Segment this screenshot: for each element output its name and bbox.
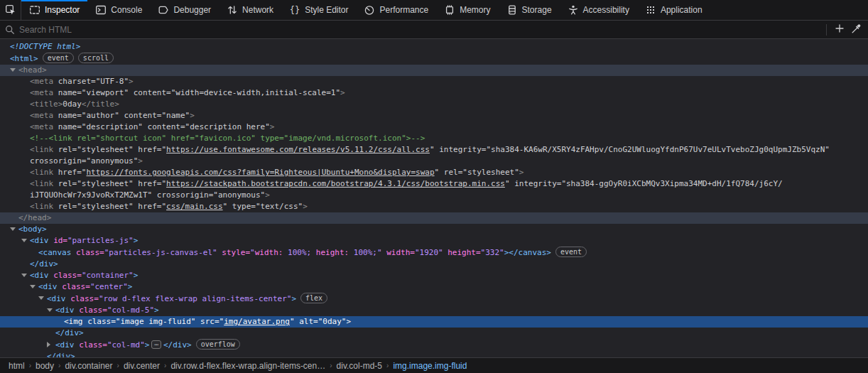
markup-line-meta-viewport[interactable]: <meta name="viewport" content="width=dev… [0,87,868,99]
markup-line-head-open[interactable]: <head> [0,65,868,76]
markup-line-link-fontawesome-wrap[interactable]: crossorigin="anonymous"> [0,156,868,167]
code-token: " [250,248,255,257]
markup-line-link-main-css[interactable]: <link rel="stylesheet" href="css/main.cs… [0,201,868,212]
tab-debugger[interactable]: Debugger [150,0,219,20]
tab-style-editor[interactable]: {}Style Editor [281,0,356,20]
create-node-button[interactable] [831,22,848,38]
collapse-caret-icon[interactable] [30,285,36,288]
tab-accessibility[interactable]: Accessibility [560,0,637,20]
markup-line-canvas[interactable]: <canvas class="particles-js-canvas-el" s… [0,247,868,259]
markup-line-body-open[interactable]: <body> [0,224,868,235]
code-token: 0day [63,99,82,109]
code-token: > [129,77,134,86]
code-token: iJTQUOhcWr7x9JvoRxT2MZw1T" crossorigin="… [30,190,265,200]
breadcrumb: html›body›div.container›div.center›div.r… [0,357,868,373]
code-token: </head> [18,213,51,222]
markup-line-div-container-open[interactable]: <div class="container"> [0,270,868,281]
tab-console[interactable]: Console [87,0,150,20]
code-token: class= [62,282,90,291]
tab-network[interactable]: Network [219,0,281,20]
tab-storage[interactable]: Storage [499,0,560,20]
markup-line-div-col-md-5-close[interactable]: </div> [0,328,868,339]
badge-event[interactable]: event [555,247,587,257]
badge-overflow[interactable]: overflow [196,339,240,350]
markup-line-link-bootstrap-wrap[interactable]: iJTQUOhcWr7x9JvoRxT2MZw1T" crossorigin="… [0,190,868,201]
code-token: "row d-flex flex-wrap align-items-center… [99,294,292,303]
markup-line-div-row-close[interactable]: </div> [0,351,868,357]
collapse-caret-icon[interactable] [10,68,16,72]
collapse-caret-icon[interactable] [10,227,16,231]
tab-label: Accessibility [583,5,629,15]
code-token: <html> [10,54,38,63]
code-token: <meta [30,77,58,86]
search-html-input[interactable] [19,25,822,35]
collapse-caret-icon[interactable] [38,296,44,300]
code-token: class= [70,294,99,303]
markup-line-div-col-md-5-open[interactable]: <div class="col-md-5"> [0,305,868,316]
toolbar-divider [826,24,827,36]
code-token: width: [255,248,283,257]
code-token: "col-md" [107,340,145,350]
breadcrumb-item-div-center[interactable]: div.center [119,361,164,371]
markup-line-head-close[interactable]: </head> [0,212,868,224]
markup-line-div-particles-close[interactable]: </div> [0,259,868,270]
markup-line-div-col-md-collapsed[interactable]: <div class="col-md">⋯</div>overflow [0,339,868,351]
code-token: > [128,282,133,291]
markup-line-div-center-open[interactable]: <div class="center"> [0,281,868,293]
breadcrumb-item-div-container[interactable]: div.container [60,361,116,371]
markup-line-comment-favicon[interactable]: <!--<link rel="shortcut icon" href="favi… [0,133,868,144]
markup-line-html-open[interactable]: <html>eventscroll [0,53,868,65]
badge-scroll[interactable]: scroll [78,53,114,63]
collapse-caret-icon[interactable] [21,274,27,277]
tab-memory[interactable]: Memory [436,0,498,20]
breadcrumb-item-html[interactable]: html [4,361,29,371]
code-token: css/main.css [166,202,222,211]
node-picker-icon [5,4,16,16]
code-token: <div [47,294,70,303]
markup-line-link-fontawesome[interactable]: <link rel="stylesheet" href="https://use… [0,144,868,156]
breadcrumb-item-div-col-md-5[interactable]: div.col-md-5 [332,361,386,371]
node-picker-button[interactable] [0,0,21,20]
code-token: <meta [30,122,58,131]
html-markup-tree[interactable]: <!DOCTYPE html><html>eventscroll<head><m… [0,39,868,357]
code-token: <head> [18,65,47,75]
console-icon [95,4,107,16]
markup-line-div-row-open[interactable]: <div class="row d-flex flex-wrap align-i… [0,293,868,305]
person-icon [568,4,579,16]
eyedropper-button[interactable] [848,22,865,38]
code-token: <div [30,271,53,280]
breadcrumb-item-img-image-img-fluid[interactable]: img.image.img-fluid [389,361,471,371]
markup-line-link-google-fonts[interactable]: <link href="https://fonts.googleapis.com… [0,167,868,178]
tab-application[interactable]: Application [637,0,710,20]
breadcrumb-item-div-row-d-flex-flex-wrap-align-items-cen-[interactable]: div.row.d-flex.flex-wrap.align-items-cen… [166,361,330,371]
show-more-icon[interactable]: ⋯ [151,340,161,349]
markup-line-meta-author[interactable]: <meta name="author" content="name"> [0,110,868,121]
markup-line-doctype[interactable]: <!DOCTYPE html> [0,41,868,53]
code-token: <title> [30,99,63,109]
code-token: rel="stylesheet" href=" [58,179,166,188]
tab-label: Performance [379,5,428,15]
code-token: class= [79,306,107,315]
markup-line-meta-description[interactable]: <meta name="description" content="descri… [0,121,868,133]
code-token: " rel="stylesheet" [435,168,519,177]
search-icon [4,22,16,38]
markup-line-meta-charset[interactable]: <meta charset="UTF-8"> [0,76,868,87]
tab-performance[interactable]: Performance [356,0,436,20]
markup-line-link-bootstrap[interactable]: <link rel="stylesheet" href="https://sta… [0,178,868,190]
expand-caret-icon[interactable] [47,342,50,347]
badge-event[interactable]: event [43,53,74,63]
tab-inspector[interactable]: Inspector [21,0,87,20]
badge-flex[interactable]: flex [300,293,327,303]
breadcrumb-item-body[interactable]: body [31,361,58,371]
markup-line-title[interactable]: <title>0day</title> [0,99,868,110]
tab-label: Debugger [173,5,211,15]
collapse-caret-icon[interactable] [21,239,27,242]
code-token: <body> [18,225,47,234]
collapse-caret-icon[interactable] [47,308,53,312]
markup-line-img-avatar[interactable]: <img class="image img-fluid" src="img/av… [0,316,868,328]
plus-icon [834,23,845,37]
code-token: <div [38,282,62,291]
devtools-toolbar: InspectorConsoleDebuggerNetwork{}Style E… [0,0,868,21]
markup-line-div-particles-open[interactable]: <div id="particles-js"> [0,235,868,247]
code-token: "1920" [415,248,447,257]
